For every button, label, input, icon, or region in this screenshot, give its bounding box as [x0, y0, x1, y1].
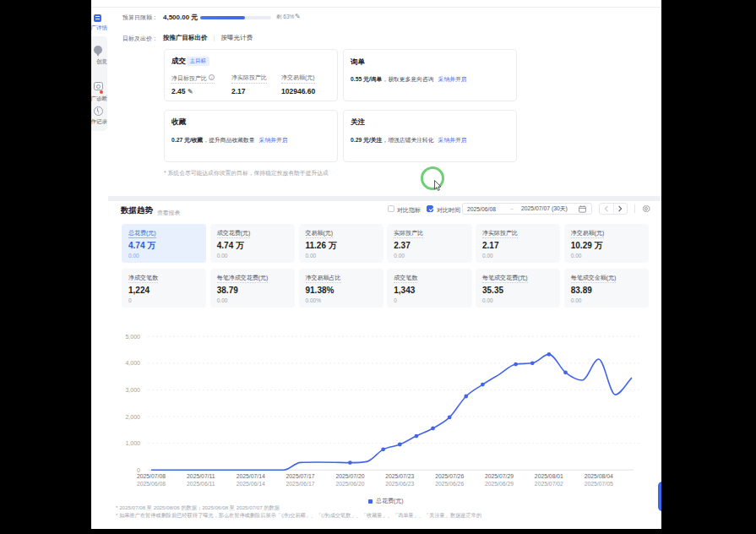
info-icon[interactable]: i [209, 74, 215, 80]
tile-value: 1,224 [128, 286, 206, 295]
pencil-icon[interactable]: ✎ [295, 13, 301, 20]
tile-label: 实际投产比 [394, 230, 423, 239]
data-point-marker[interactable] [563, 370, 568, 374]
budget-progress-bar [200, 16, 271, 20]
view-report-link[interactable]: 查看报表 [157, 209, 180, 217]
budget-remaining: 剩 63% [276, 14, 294, 21]
sidebar-item-history[interactable]: 操作记录 [91, 117, 107, 125]
spend-trend-chart[interactable]: 01,0002,0003,0004,0005,0002025/07/082025… [117, 325, 661, 494]
diagnose-icon[interactable] [94, 82, 103, 90]
data-point-marker[interactable] [530, 361, 535, 365]
metric-tile-2[interactable]: 交易额(元)11.26 万0.00 [299, 224, 383, 263]
tile-label: 每笔成交花费(元) [482, 275, 528, 284]
tile-label: 净交易额(元) [571, 230, 605, 239]
adopt-and-enable-link[interactable]: 采纳并开启 [438, 137, 467, 143]
data-point-marker[interactable] [381, 447, 385, 451]
history-icon[interactable] [94, 106, 103, 116]
x-axis-compare-label: 2025/06/11 [187, 481, 215, 487]
chevron-left-icon [604, 205, 609, 212]
tile-value: 2.37 [394, 241, 471, 250]
x-axis-label: 2025/07/29 [485, 473, 514, 479]
data-point-marker[interactable] [348, 460, 352, 465]
mouse-cursor [434, 180, 443, 192]
metric-tile-7[interactable]: 每笔净成交花费(元)38.790.00 [210, 269, 295, 308]
metric-tile-3[interactable]: 实际投产比2.370.00 [387, 224, 471, 263]
goal-card-inquiry: 询单 0.55 元/询单，获取更多意向咨询采纳并开启 [343, 49, 517, 101]
metric-tile-6[interactable]: 净成交笔数1,2240 [122, 269, 206, 308]
sidebar-item-idea[interactable]: 创意 [96, 57, 107, 65]
tile-value: 91.38% [306, 286, 383, 295]
deal-card-title: 成交 [171, 57, 186, 67]
deal-field-target-roi: 净目标投产比i 2.45 ✎ [171, 74, 215, 90]
data-point-marker[interactable] [431, 427, 435, 431]
compare-time-checkbox[interactable] [427, 205, 433, 212]
date-range-end: 2025/07/07 (30天) [521, 204, 568, 213]
tile-label: 成交花费(元) [217, 230, 251, 239]
detail-icon[interactable] [94, 14, 101, 22]
calendar-icon [579, 205, 586, 213]
x-axis-compare-label: 2025/06/17 [286, 481, 315, 487]
metric-tile-10[interactable]: 每笔成交花费(元)35.350.00 [476, 269, 560, 308]
next-page-button[interactable] [614, 204, 628, 214]
tile-value: 11.26 万 [306, 241, 383, 250]
tile-label: 每笔成交金额(元) [571, 275, 617, 284]
chart-legend[interactable]: 总花费(元) [368, 497, 404, 505]
x-axis-label: 2025/07/08 [137, 473, 166, 479]
sidebar-item-diagnose[interactable]: 推广诊断 [91, 95, 107, 102]
deal-field-actual-roi: 净实际投产比 2.17 [231, 74, 267, 90]
tile-value: 2.17 [482, 241, 560, 250]
metric-tile-8[interactable]: 净交易额占比91.38%0.00% [299, 269, 383, 308]
sidebar-item-detail[interactable]: 推广详情 [91, 24, 107, 31]
data-point-marker[interactable] [464, 395, 468, 399]
budget-label: 预算日限额： [122, 14, 158, 24]
metric-tile-0[interactable]: 总花费(元)4.74 万0.00 [122, 224, 206, 263]
data-point-marker[interactable] [547, 352, 551, 357]
x-axis-compare-label: 2025/06/29 [485, 481, 514, 487]
x-axis-label: 2025/07/17 [286, 473, 315, 479]
metric-tile-11[interactable]: 每笔成交金额(元)83.890.00 [564, 269, 649, 308]
goal-footnote: * 系统会尽可能达成你设置的目标，保持稳定投放有助于提升达成 [164, 169, 329, 177]
data-point-marker[interactable] [415, 434, 419, 439]
metric-tile-1[interactable]: 成交花费(元)4.74 万0.00 [210, 224, 295, 263]
x-axis-label: 2025/07/26 [435, 473, 464, 479]
deal-field-net-gmv: 净交易额(元) 102946.60 [281, 74, 315, 90]
metric-tile-9[interactable]: 成交笔数1,3430 [387, 269, 471, 308]
data-point-marker[interactable] [514, 362, 518, 367]
tile-compare-value: 0.00 [571, 297, 649, 304]
data-point-marker[interactable] [448, 416, 452, 420]
x-axis-label: 2025/07/14 [237, 473, 265, 479]
gear-icon[interactable] [642, 204, 650, 213]
tile-label: 净实际投产比 [482, 230, 518, 239]
tile-compare-value: 0.00 [128, 253, 206, 259]
adopt-and-enable-link[interactable]: 采纳并开启 [438, 76, 467, 82]
tile-compare-value: 0.00 [306, 253, 383, 259]
x-axis-compare-label: 2025/06/26 [435, 481, 464, 487]
tile-compare-value: 0 [128, 297, 206, 304]
controls-divider [634, 204, 635, 213]
goal-card-deal: 成交 主目标 净目标投产比i 2.45 ✎ 净实际投产比 2.17 净交易额(元… [164, 49, 338, 101]
y-axis-label: 2,000 [125, 414, 140, 420]
date-range-picker[interactable]: 2025/06/08 ~ 2025/07/07 (30天) [462, 203, 592, 215]
x-axis-compare-label: 2025/07/02 [535, 481, 563, 487]
adopt-and-enable-link[interactable]: 采纳并开启 [259, 137, 288, 143]
y-axis-label: 5,000 [125, 334, 140, 340]
data-point-marker[interactable] [398, 443, 402, 447]
tile-value: 38.79 [217, 286, 295, 295]
x-axis-compare-label: 2025/07/05 [585, 481, 613, 487]
metric-tile-5[interactable]: 净交易额(元)10.29 万0.00 [564, 224, 649, 263]
budget-value: 4,500.00 元 [163, 13, 198, 22]
tab-impression-billing[interactable]: 按曝光计费 [220, 34, 253, 41]
pencil-icon[interactable]: ✎ [188, 88, 193, 95]
metric-tile-4[interactable]: 净实际投产比2.170.00 [476, 224, 560, 263]
tile-label: 总花费(元) [128, 230, 156, 239]
x-axis-compare-label: 2025/06/08 [137, 481, 166, 487]
prev-page-button[interactable] [600, 204, 614, 214]
tab-goal-bidding[interactable]: 按推广目标出价 [163, 34, 208, 41]
date-pager [599, 203, 628, 215]
floating-action-button[interactable] [658, 482, 661, 511]
compare-metric-checkbox[interactable] [388, 205, 394, 212]
follow-card-title: 关注 [351, 117, 365, 128]
tile-compare-value: 0.00 [394, 253, 471, 259]
idea-icon[interactable] [94, 46, 102, 54]
data-point-marker[interactable] [481, 383, 485, 387]
